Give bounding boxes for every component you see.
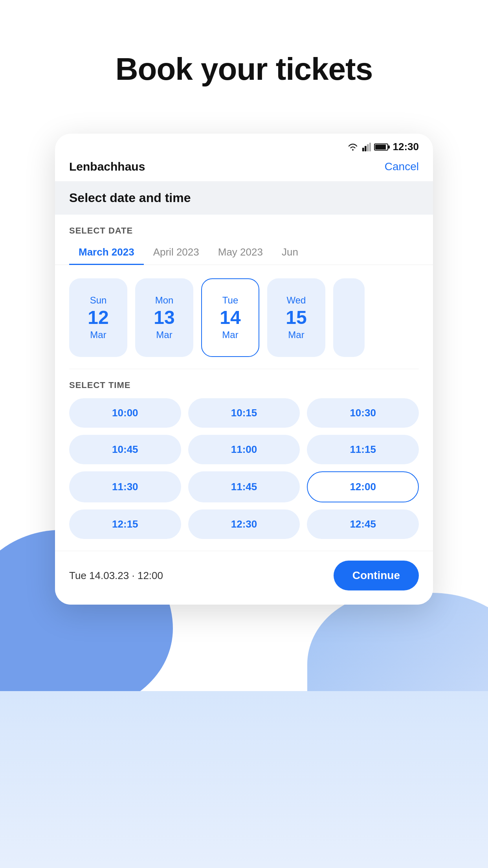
bottom-bar: Tue 14.03.23 · 12:00 Continue xyxy=(55,551,433,605)
continue-button[interactable]: Continue xyxy=(334,561,419,590)
time-btn-1145[interactable]: 11:45 xyxy=(188,471,300,502)
date-picker: Sun 12 Mar Mon 13 Mar Tue 14 Mar Wed 15 … xyxy=(55,274,433,369)
svg-rect-4 xyxy=(369,143,371,151)
tab-april-2023[interactable]: April 2023 xyxy=(144,242,209,265)
svg-rect-3 xyxy=(367,144,369,151)
date-item-mon-13-mar[interactable]: Mon 13 Mar xyxy=(135,278,193,357)
date-item-wed-15-mar[interactable]: Wed 15 Mar xyxy=(267,278,325,357)
month-tabs: March 2023 April 2023 May 2023 Jun xyxy=(55,242,433,265)
tab-june-2023[interactable]: Jun xyxy=(272,242,308,265)
date-item-tue-14-mar[interactable]: Tue 14 Mar xyxy=(201,278,259,357)
nav-bar: Lenbachhaus Cancel xyxy=(55,156,433,181)
time-btn-1045[interactable]: 10:45 xyxy=(69,435,181,464)
bg-blob-bottom xyxy=(0,691,488,868)
day-num-0: 12 xyxy=(88,307,108,328)
battery-icon xyxy=(374,143,388,151)
select-date-label: SELECT DATE xyxy=(55,215,433,242)
day-num-2: 14 xyxy=(220,307,240,328)
status-bar: 12:30 xyxy=(55,134,433,156)
phone-card: 12:30 Lenbachhaus Cancel Select date and… xyxy=(55,134,433,605)
svg-point-0 xyxy=(352,149,354,151)
day-name-3: Wed xyxy=(287,295,306,306)
month-name-3: Mar xyxy=(288,329,304,340)
wifi-icon xyxy=(347,143,359,151)
time-btn-1215[interactable]: 12:15 xyxy=(69,509,181,539)
time-grid: 10:00 10:15 10:30 10:45 11:00 11:15 11:3… xyxy=(55,398,433,551)
status-time: 12:30 xyxy=(393,141,419,153)
status-icons xyxy=(347,143,388,151)
venue-name: Lenbachhaus xyxy=(69,160,145,173)
tab-march-2023[interactable]: March 2023 xyxy=(69,242,144,265)
section-title: Select date and time xyxy=(69,191,419,205)
tab-may-2023[interactable]: May 2023 xyxy=(209,242,272,265)
date-item-sun-12-mar[interactable]: Sun 12 Mar xyxy=(69,278,127,357)
time-btn-1100[interactable]: 11:00 xyxy=(188,435,300,464)
signal-icon xyxy=(362,143,371,151)
time-btn-1230[interactable]: 12:30 xyxy=(188,509,300,539)
day-num-3: 15 xyxy=(286,307,306,328)
time-btn-1030[interactable]: 10:30 xyxy=(307,398,419,428)
svg-rect-2 xyxy=(364,146,366,151)
time-btn-1200[interactable]: 12:00 xyxy=(307,471,419,502)
day-name-0: Sun xyxy=(90,295,107,306)
page-title: Book your tickets xyxy=(0,51,488,87)
month-name-2: Mar xyxy=(222,329,238,340)
selected-info: Tue 14.03.23 · 12:00 xyxy=(69,570,163,582)
time-btn-1015[interactable]: 10:15 xyxy=(188,398,300,428)
day-name-1: Mon xyxy=(155,295,174,306)
select-time-label: SELECT TIME xyxy=(55,369,433,398)
date-item-partial xyxy=(333,278,365,357)
svg-rect-1 xyxy=(362,147,364,151)
cancel-button[interactable]: Cancel xyxy=(385,160,419,173)
day-num-1: 13 xyxy=(154,307,174,328)
day-name-2: Tue xyxy=(222,295,238,306)
section-header: Select date and time xyxy=(55,181,433,215)
time-btn-1115[interactable]: 11:15 xyxy=(307,435,419,464)
time-btn-1245[interactable]: 12:45 xyxy=(307,509,419,539)
main-content: SELECT DATE March 2023 April 2023 May 20… xyxy=(55,215,433,605)
month-name-0: Mar xyxy=(90,329,106,340)
time-btn-1000[interactable]: 10:00 xyxy=(69,398,181,428)
time-btn-1130[interactable]: 11:30 xyxy=(69,471,181,502)
month-name-1: Mar xyxy=(156,329,172,340)
